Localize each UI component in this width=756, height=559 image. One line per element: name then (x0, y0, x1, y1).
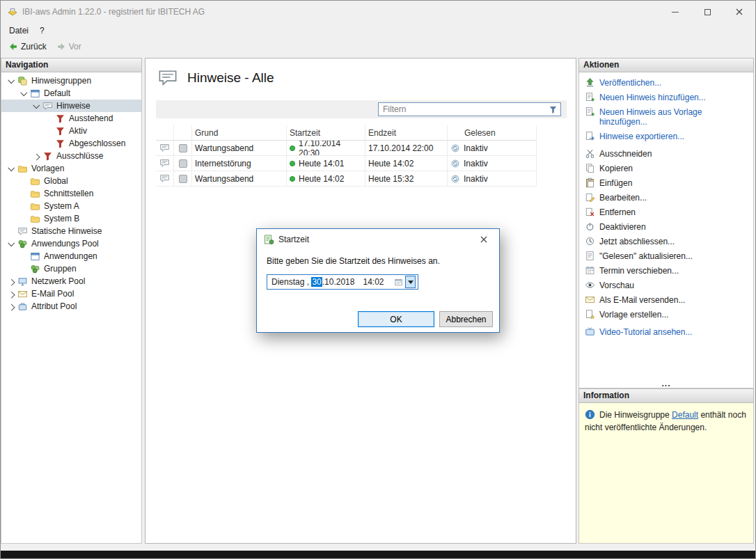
cell-type (156, 141, 174, 156)
navigation-tree: Hinweisgruppen Default Hinweise Ausstehe… (1, 72, 142, 544)
tree-item-label: Abgeschlossen (69, 139, 125, 148)
tree-item-label: Ausstehend (69, 113, 113, 123)
tree-item-label: Anwendungen (44, 251, 97, 261)
action-gelesen-aktualisieren[interactable]: "Gelesen" aktualisieren... (585, 251, 749, 261)
info-text-before: Die Hinweisgruppe (599, 410, 672, 420)
tree-item-statische-hinweise[interactable]: Statische Hinweise (1, 225, 141, 237)
tree-item-gruppen[interactable]: Gruppen (1, 262, 141, 275)
action-deaktivieren[interactable]: Deaktivieren (585, 221, 749, 232)
tree-item-label: Statische Hinweise (31, 226, 102, 236)
action-veroeffentlichen[interactable]: Veröffentlichen... (585, 77, 749, 88)
tree-item-vorlagen[interactable]: Vorlagen (1, 162, 141, 175)
menu-datei[interactable]: Datei (3, 23, 34, 38)
forward-label: Vor (69, 42, 81, 52)
cell-grund: Wartungsabend (192, 141, 287, 156)
tree-item-ausschluesse[interactable]: Ausschlüsse (1, 150, 141, 162)
column-header-grund[interactable]: Grund (192, 125, 287, 141)
action-bearbeiten[interactable]: Bearbeiten... (585, 192, 749, 203)
gelesen-status-icon (450, 174, 460, 184)
deactivate-icon (585, 221, 595, 232)
tree-item-attribut-pool[interactable]: Attribut Pool (1, 300, 141, 313)
table-row[interactable]: Wartungsabend 17.10.2014 20:30 17.10.201… (156, 141, 537, 156)
close-button[interactable] (723, 1, 755, 23)
action-entfernen[interactable]: Entfernen (585, 207, 749, 217)
info-default-link[interactable]: Default (672, 410, 698, 420)
tree-item-schnittstellen[interactable]: Schnittstellen (1, 187, 141, 200)
maximize-button[interactable] (691, 1, 723, 23)
information-body: Die Hinweisgruppe Default enthält noch n… (578, 403, 754, 544)
action-kopieren[interactable]: Kopieren (585, 163, 749, 173)
tree-item-email-pool[interactable]: E-Mail Pool (1, 288, 141, 300)
window-title: IBI-aws Admin 1.22.0 - registriert für I… (22, 7, 205, 17)
tree-item-aktiv[interactable]: Aktiv (1, 125, 141, 137)
chevron-right-icon[interactable] (6, 276, 17, 287)
add-from-template-icon (585, 107, 595, 117)
information-header: Information (578, 388, 754, 403)
datetime-dropdown-button[interactable] (405, 276, 416, 288)
table-row[interactable]: Wartungsabend Heute 14:02 Heute 15:32 In… (156, 171, 537, 187)
chevron-down-icon[interactable] (31, 101, 42, 111)
datetime-selected-day[interactable]: 30 (311, 277, 322, 287)
close-icon (736, 8, 743, 15)
tree-item-hinweisgruppen[interactable]: Hinweisgruppen (1, 74, 141, 87)
cell-startzeit: Heute 14:02 (287, 171, 365, 187)
tree-item-netzwerk-pool[interactable]: Netzwerk Pool (1, 275, 141, 288)
column-header-gelesen[interactable]: Gelesen (448, 125, 537, 141)
tree-item-anwendungs-pool[interactable]: Anwendungs Pool (1, 237, 141, 250)
tree-item-system-a[interactable]: System A (1, 200, 141, 212)
action-jetzt-abschliessen[interactable]: Jetzt abschliessen... (585, 236, 749, 246)
cancel-button[interactable]: Abbrechen (439, 311, 493, 327)
priority-icon (179, 159, 187, 168)
column-header-endzeit[interactable]: Endzeit (365, 125, 448, 141)
export-icon (585, 131, 595, 141)
chevron-down-icon[interactable] (6, 164, 17, 174)
table-header-row: Grund Startzeit Endzeit Gelesen (156, 125, 537, 141)
action-video-tutorial[interactable]: Video-Tutorial ansehen... (585, 326, 749, 337)
tree-item-abgeschlossen[interactable]: Abgeschlossen (1, 137, 141, 150)
paste-icon (585, 178, 595, 188)
action-hinweis-aus-vorlage[interactable]: Neuen Hinweis aus Vorlage hinzufügen... (585, 107, 749, 127)
more-actions-indicator[interactable]: ... (579, 380, 753, 387)
tree-item-ausstehend[interactable]: Ausstehend (1, 112, 141, 125)
video-tv-icon (585, 326, 595, 337)
app-window-icon (30, 251, 40, 262)
action-vorlage-erstellen[interactable]: Vorlage erstellen... (585, 309, 749, 320)
action-neuer-hinweis[interactable]: Neuen Hinweis hinzufügen... (585, 92, 749, 102)
datetime-picker[interactable]: Dienstag , 30.10.201814:02 (267, 274, 418, 290)
chevron-down-icon[interactable] (6, 239, 17, 249)
action-hinweise-exportieren[interactable]: Hinweise exportieren... (585, 131, 749, 141)
table-row[interactable]: Internetstörung Heute 14:01 Heute 14:02 … (156, 156, 537, 171)
back-button[interactable]: Zurück (3, 40, 52, 53)
tree-item-system-b[interactable]: System B (1, 212, 141, 225)
chevron-down-icon[interactable] (6, 76, 17, 86)
chevron-right-icon[interactable] (6, 301, 17, 312)
forward-button[interactable]: Vor (52, 40, 86, 53)
action-termin-verschieben[interactable]: Termin verschieben... (585, 265, 749, 276)
action-einfuegen[interactable]: Einfügen (585, 178, 749, 188)
tree-item-label: Gruppen (44, 264, 77, 274)
action-vorschau[interactable]: Vorschau (585, 280, 749, 290)
filter-input[interactable] (379, 104, 549, 114)
tree-item-global[interactable]: Global (1, 175, 141, 187)
tree-item-label: Global (44, 176, 68, 186)
dialog-close-button[interactable] (468, 229, 499, 249)
column-header-startzeit[interactable]: Startzeit (287, 125, 365, 141)
hinweis-bubble-icon (159, 158, 170, 168)
tree-item-anwendungen[interactable]: Anwendungen (1, 250, 141, 262)
chevron-down-icon[interactable] (19, 88, 29, 99)
tree-item-hinweise[interactable]: Hinweise (1, 100, 141, 112)
chevron-right-icon[interactable] (31, 151, 42, 162)
information-panel: Information Die Hinweisgruppe Default en… (578, 388, 754, 544)
minimize-button[interactable] (659, 1, 691, 23)
menu-help[interactable]: ? (34, 23, 50, 38)
tree-item-default[interactable]: Default (1, 87, 141, 100)
cell-endzeit: Heute 15:32 (365, 171, 448, 187)
ok-button[interactable]: OK (358, 311, 434, 327)
add-hinweis-icon (585, 92, 595, 102)
filter-funnel-icon[interactable] (549, 105, 558, 114)
app-logo-icon (7, 6, 18, 17)
tree-item-label: Default (44, 88, 70, 98)
chevron-right-icon[interactable] (6, 289, 17, 299)
action-als-email-versenden[interactable]: Als E-Mail versenden... (585, 294, 749, 305)
action-ausschneiden[interactable]: Ausschneiden (585, 148, 749, 159)
